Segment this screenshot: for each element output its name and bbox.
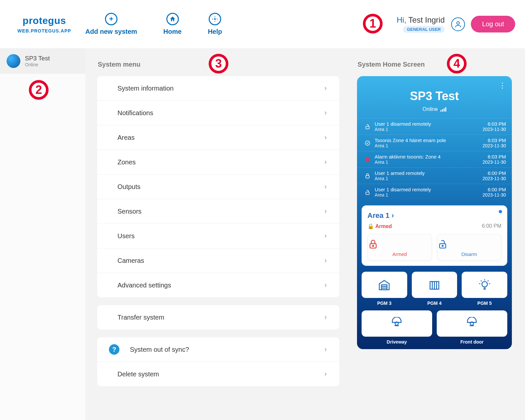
menu-item-areas[interactable]: Areas› bbox=[97, 125, 339, 150]
more-menu-icon[interactable]: ⋮ bbox=[499, 81, 506, 90]
unlock-icon bbox=[363, 124, 372, 130]
callout-4: 4 bbox=[447, 54, 467, 74]
area-indicator-dot bbox=[499, 210, 502, 213]
home-button[interactable]: Home bbox=[163, 13, 182, 35]
event-row[interactable]: Alarm aktiivne tsoonis: Zone 4Area 1 6:0… bbox=[357, 151, 512, 167]
menu-item-users[interactable]: Users› bbox=[97, 224, 339, 248]
home-icon bbox=[166, 13, 179, 25]
svg-point-3 bbox=[212, 19, 213, 20]
callout-2: 2 bbox=[29, 80, 49, 100]
disarm-button[interactable]: Disarm bbox=[437, 234, 501, 261]
chevron-right-icon: › bbox=[324, 109, 326, 117]
chevron-right-icon: › bbox=[324, 232, 326, 240]
system-home-card: ⋮ SP3 Test Online User 1 disarmed remote… bbox=[357, 76, 512, 349]
menu-group-danger: ?System out of sync?›Delete system› bbox=[97, 337, 339, 386]
pgm-button[interactable] bbox=[437, 310, 507, 337]
svg-point-12 bbox=[372, 245, 373, 246]
system-status-dot-icon bbox=[7, 54, 20, 68]
plus-icon: + bbox=[105, 13, 117, 25]
menu-item-notifications[interactable]: Notifications› bbox=[97, 101, 339, 125]
user-greeting: Hi, Test Ingrid bbox=[397, 15, 445, 25]
user-info: Hi, Test Ingrid GENERAL USER bbox=[397, 15, 445, 33]
chevron-right-icon: › bbox=[324, 281, 326, 289]
menu-item-system-out-of-sync-[interactable]: ?System out of sync?› bbox=[97, 337, 339, 362]
chevron-right-icon: › bbox=[324, 158, 326, 166]
pgm-pgm 3: PGM 3 bbox=[362, 272, 407, 306]
pgm-pgm 4: PGM 4 bbox=[412, 272, 457, 306]
event-row[interactable]: Tsoonis Zone 4 häiret enam poleArea 1 6:… bbox=[357, 135, 512, 151]
event-list: User 1 disarmed remotelyArea 1 6:03 PM20… bbox=[357, 118, 512, 200]
menu-item-advanced settings[interactable]: Advanced settings› bbox=[97, 273, 339, 297]
lock-open-icon bbox=[437, 239, 501, 249]
check-icon bbox=[363, 140, 372, 146]
area-card[interactable]: Area 1 › 🔒 Armed 6:00 PM A bbox=[362, 205, 507, 266]
alarm-icon bbox=[363, 157, 372, 162]
help-icon bbox=[209, 13, 221, 25]
pgm-button[interactable] bbox=[412, 272, 457, 298]
logo[interactable]: protegus WEB.PROTEGUS.APP bbox=[16, 15, 72, 33]
area-state: 🔒 Armed bbox=[368, 223, 392, 229]
home-card-status: Online bbox=[357, 106, 512, 112]
menu-item-sensors[interactable]: Sensors› bbox=[97, 199, 339, 224]
chevron-right-icon: › bbox=[324, 313, 326, 322]
user-role-badge: GENERAL USER bbox=[403, 26, 445, 33]
area-time: 6:00 PM bbox=[482, 223, 501, 229]
lock-icon bbox=[363, 173, 372, 179]
menu-item-delete-system[interactable]: Delete system› bbox=[97, 362, 339, 386]
home-card-title: SP3 Test bbox=[357, 89, 512, 103]
svg-point-4 bbox=[217, 19, 218, 20]
help-label: Help bbox=[208, 28, 222, 35]
sidebar-system-item[interactable]: SP3 Test Online bbox=[0, 48, 85, 74]
svg-point-1 bbox=[215, 16, 216, 17]
svg-point-22 bbox=[482, 282, 487, 287]
pgm-pgm 5: PGM 5 bbox=[462, 272, 507, 306]
question-icon: ? bbox=[109, 344, 119, 355]
svg-point-7 bbox=[365, 141, 370, 145]
avatar-button[interactable] bbox=[451, 17, 465, 31]
menu-item-zones[interactable]: Zones› bbox=[97, 150, 339, 175]
system-home-column: System Home Screen ⋮ SP3 Test Online Use… bbox=[357, 58, 512, 410]
chevron-right-icon: › bbox=[324, 370, 326, 378]
chevron-right-icon: › bbox=[324, 207, 326, 216]
menu-item-cameras[interactable]: Cameras› bbox=[97, 248, 339, 273]
lock-closed-icon bbox=[368, 239, 431, 249]
pgm-row-2: Driveway Front door bbox=[357, 310, 512, 349]
menu-group-transfer: Transfer system› bbox=[97, 305, 339, 329]
area-name: Area 1 › bbox=[368, 211, 501, 220]
logo-sub: WEB.PROTEGUS.APP bbox=[16, 28, 72, 33]
svg-line-28 bbox=[481, 281, 482, 282]
chevron-right-icon: › bbox=[324, 256, 326, 265]
menu-item-outputs[interactable]: Outputs› bbox=[97, 175, 339, 199]
svg-rect-6 bbox=[366, 126, 369, 129]
pgm-button[interactable] bbox=[362, 310, 432, 337]
callout-1: 1 bbox=[363, 14, 383, 33]
event-row[interactable]: User 1 disarmed remotelyArea 1 6:00 PM20… bbox=[357, 184, 512, 200]
pgm-driveway: Driveway bbox=[362, 310, 432, 345]
chevron-right-icon: › bbox=[324, 133, 326, 142]
pgm-button[interactable] bbox=[362, 272, 407, 298]
svg-point-2 bbox=[215, 21, 216, 21]
system-home-title: System Home Screen bbox=[358, 61, 512, 68]
menu-item-system information[interactable]: System information› bbox=[97, 76, 339, 101]
menu-item-transfer system[interactable]: Transfer system› bbox=[97, 305, 339, 329]
event-row[interactable]: User 1 disarmed remotelyArea 1 6:03 PM20… bbox=[357, 118, 512, 135]
sidebar-system-name: SP3 Test bbox=[25, 55, 50, 62]
system-menu-column: System menu System information›Notificat… bbox=[97, 58, 339, 410]
armed-button[interactable]: Armed bbox=[368, 234, 432, 261]
chevron-right-icon: › bbox=[391, 211, 394, 220]
svg-rect-10 bbox=[366, 192, 369, 195]
pgm-row-1: PGM 3 PGM 4 PGM 5 bbox=[357, 272, 512, 310]
help-button[interactable]: Help bbox=[208, 13, 222, 35]
svg-rect-8 bbox=[366, 158, 369, 161]
svg-point-0 bbox=[214, 18, 216, 20]
event-row[interactable]: User 1 armed remotelyArea 1 6:00 PM2023-… bbox=[357, 167, 512, 184]
chevron-right-icon: › bbox=[324, 182, 326, 191]
logout-button[interactable]: Log out bbox=[471, 16, 515, 32]
signal-icon bbox=[440, 107, 446, 112]
add-system-label: Add new system bbox=[85, 28, 137, 35]
pgm-button[interactable] bbox=[462, 272, 507, 298]
header: protegus WEB.PROTEGUS.APP + Add new syst… bbox=[0, 0, 525, 48]
svg-point-5 bbox=[457, 22, 459, 24]
add-system-button[interactable]: + Add new system bbox=[85, 13, 137, 35]
unlock-icon bbox=[363, 189, 372, 195]
